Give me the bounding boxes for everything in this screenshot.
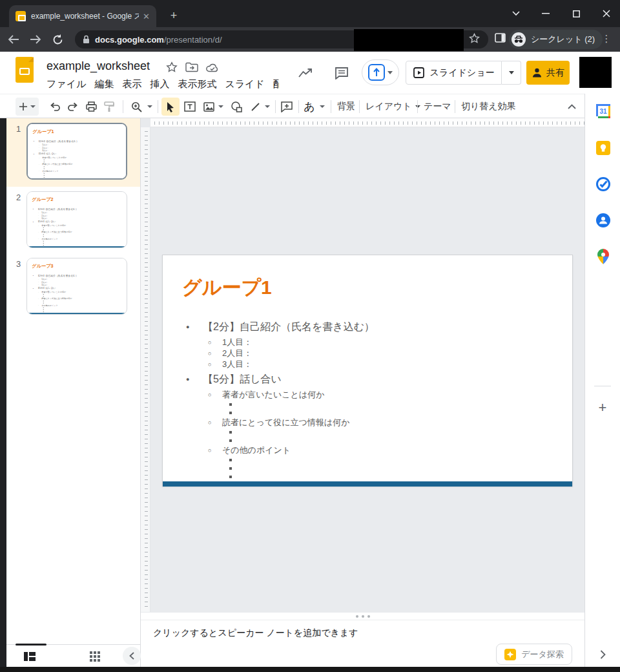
notes-resize-handle[interactable] xyxy=(141,612,584,620)
forward-icon[interactable] xyxy=(27,31,44,48)
menu-item[interactable]: 表示 xyxy=(122,78,141,92)
explore-star-icon xyxy=(504,649,516,660)
get-addons-icon[interactable]: + xyxy=(595,401,610,415)
menu-item[interactable]: 編集 xyxy=(94,78,114,92)
bookmark-star-icon[interactable] xyxy=(469,33,480,44)
slide-title-text[interactable]: グループ1 xyxy=(182,275,272,301)
menu-item[interactable]: ファイル xyxy=(46,78,86,92)
bullet-item[interactable] xyxy=(163,400,566,408)
window-maximize-button[interactable] xyxy=(561,0,591,27)
slides-logo-icon[interactable] xyxy=(16,57,34,83)
background-button[interactable]: 背景 xyxy=(337,98,355,116)
incognito-label: シークレット (2) xyxy=(531,34,595,45)
slide-thumbnail[interactable]: グループ1●【2分】自己紹介（氏名を書き込む）○1人目：○2人目：○3人目：●【… xyxy=(26,123,127,180)
menu-item[interactable]: スライド xyxy=(225,78,264,92)
bullet-item[interactable] xyxy=(163,472,566,481)
slideshow-button[interactable]: スライドショー xyxy=(406,61,502,85)
google-contacts-icon[interactable] xyxy=(595,213,611,228)
star-document-icon[interactable] xyxy=(165,61,178,74)
bullet-item[interactable] xyxy=(163,408,566,417)
bullet-item[interactable]: ●【5分】話し合い xyxy=(163,370,566,389)
share-button[interactable]: 共有 xyxy=(526,61,570,85)
line-dropdown[interactable] xyxy=(262,98,273,116)
text-format-dropdown[interactable] xyxy=(318,98,327,116)
zoom-dropdown[interactable] xyxy=(145,98,155,116)
google-keep-icon[interactable] xyxy=(595,140,611,156)
slide-title-text[interactable]: グループ2 xyxy=(32,196,53,203)
bullet-item[interactable] xyxy=(163,436,566,445)
text-box-tool-button[interactable] xyxy=(181,98,199,116)
insert-image-button[interactable] xyxy=(200,98,217,116)
move-folder-icon[interactable] xyxy=(185,61,198,74)
bullet-item[interactable]: ○2人目： xyxy=(163,348,566,359)
menu-item[interactable]: 挿入 xyxy=(150,78,169,92)
explore-button[interactable]: データ探索 xyxy=(496,644,572,665)
collapse-filmstrip-icon[interactable] xyxy=(123,647,141,665)
zoom-button[interactable] xyxy=(128,98,145,116)
google-calendar-icon[interactable]: 31 xyxy=(595,103,611,119)
collapse-toolbar-icon[interactable] xyxy=(563,98,580,116)
back-icon[interactable] xyxy=(5,31,22,48)
slide-body-text[interactable]: ●【2分】自己紹介（氏名を書き込む）○1人目：○2人目：○3人目：●【5分】話し… xyxy=(163,317,566,481)
slide-title-text[interactable]: グループ3 xyxy=(32,263,53,269)
slide-body-text[interactable]: ●【2分】自己紹介（氏名を書き込む）○1人目：○2人目：○3人目：●【5分】話し… xyxy=(28,139,125,178)
layout-button[interactable]: レイアウト xyxy=(366,98,420,116)
redo-button[interactable] xyxy=(65,98,81,116)
print-button[interactable] xyxy=(83,98,99,116)
image-dropdown[interactable] xyxy=(216,98,226,116)
reload-icon[interactable] xyxy=(49,31,66,48)
avatar[interactable] xyxy=(579,57,612,88)
browser-tab[interactable]: example_worksheet - Google スラ ✕ xyxy=(9,5,156,27)
slide-thumbnail[interactable]: グループ2●【2分】自己紹介（氏名を書き込む）○1人目：○2人目：○3人目：●【… xyxy=(26,191,127,248)
bullet-item[interactable]: ○読者にとって役に立つ情報は何か xyxy=(163,417,566,428)
select-tool-button[interactable] xyxy=(161,98,180,116)
slide-canvas[interactable]: グループ1●【2分】自己紹介（氏名を書き込む）○1人目：○2人目：○3人目：●【… xyxy=(150,127,584,612)
undo-button[interactable] xyxy=(46,98,63,116)
expand-side-panel-icon[interactable] xyxy=(594,646,611,663)
grid-view-icon[interactable] xyxy=(87,649,103,664)
slide-number: 2 xyxy=(16,193,21,202)
tab-close-icon[interactable]: ✕ xyxy=(143,12,150,21)
incognito-badge[interactable]: シークレット (2) xyxy=(509,30,603,49)
theme-button[interactable]: テーマ xyxy=(424,98,451,116)
slideshow-dropdown-button[interactable] xyxy=(502,61,521,85)
new-slide-button[interactable] xyxy=(16,98,39,116)
slide-body-text[interactable]: ●【2分】自己紹介（氏名を書き込む）○1人目：○2人目：○3人目：●【5分】話し… xyxy=(27,273,124,313)
slide-thumbnail[interactable]: グループ3●【2分】自己紹介（氏名を書き込む）○1人目：○2人目：○3人目：●【… xyxy=(26,258,127,315)
paint-format-button[interactable] xyxy=(101,98,118,116)
slide-body-text[interactable]: ●【2分】自己紹介（氏名を書き込む）○1人目：○2人目：○3人目：●【5分】話し… xyxy=(27,207,124,246)
cloud-saved-icon[interactable] xyxy=(206,61,219,74)
bullet-item[interactable]: ●【2分】自己紹介（氏名を書き込む） xyxy=(163,317,566,337)
transition-button[interactable]: 切り替え効果 xyxy=(461,98,516,116)
bullet-item[interactable] xyxy=(163,456,566,464)
bullet-item[interactable]: ○3人目： xyxy=(163,359,566,370)
filmstrip-scrollbar[interactable] xyxy=(16,644,46,646)
tab-search-icon[interactable] xyxy=(501,0,531,27)
bullet-item[interactable]: ○1人目： xyxy=(163,337,566,348)
document-title[interactable]: example_worksheet xyxy=(46,59,150,73)
slide-page[interactable]: グループ1●【2分】自己紹介（氏名を書き込む）○1人目：○2人目：○3人目：●【… xyxy=(162,255,573,487)
new-tab-button[interactable]: + xyxy=(167,9,181,23)
slide-title-text[interactable]: グループ1 xyxy=(32,129,54,135)
bullet-item[interactable] xyxy=(163,428,566,436)
side-panel-icon[interactable] xyxy=(495,33,506,43)
bullet-item[interactable] xyxy=(163,464,566,472)
bullet-text: 【5分】話し合い xyxy=(203,373,282,386)
browser-menu-icon[interactable]: ⋮ xyxy=(601,31,612,47)
menu-item[interactable]: 表示形式 xyxy=(178,78,216,92)
window-minimize-button[interactable] xyxy=(531,0,561,27)
present-button[interactable] xyxy=(362,59,399,85)
document-activity-icon[interactable] xyxy=(297,65,314,81)
insert-shape-button[interactable] xyxy=(227,98,245,116)
insert-line-button[interactable] xyxy=(247,98,264,116)
text-format-button[interactable]: あ xyxy=(302,98,316,116)
bullet-item[interactable]: ○その他のポイント xyxy=(163,445,566,456)
google-maps-icon[interactable] xyxy=(595,249,611,264)
insert-comment-button[interactable] xyxy=(278,98,296,116)
comment-history-icon[interactable] xyxy=(333,65,350,81)
bullet-item[interactable]: ○著者が言いたいことは何か xyxy=(163,389,566,400)
window-close-button[interactable] xyxy=(592,0,620,27)
filmstrip-view-icon[interactable] xyxy=(22,649,37,664)
google-tasks-icon[interactable] xyxy=(595,176,611,192)
slide-content: グループ1●【2分】自己紹介（氏名を書き込む）○1人目：○2人目：○3人目：●【… xyxy=(28,124,126,180)
